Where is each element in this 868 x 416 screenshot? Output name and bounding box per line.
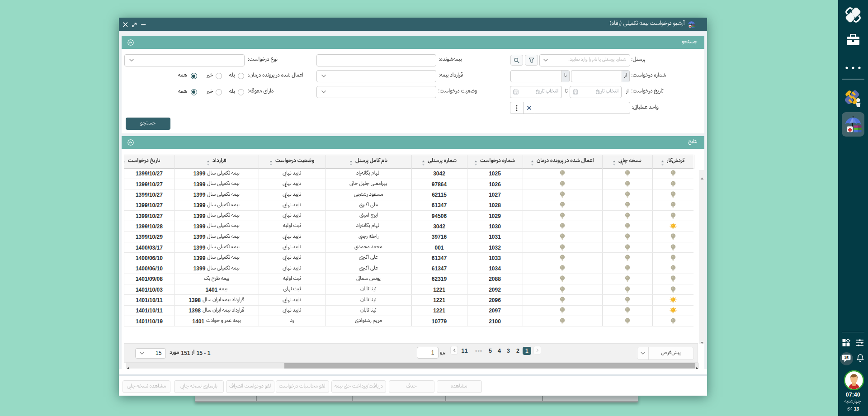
svg-text:15: 15 <box>844 355 849 359</box>
